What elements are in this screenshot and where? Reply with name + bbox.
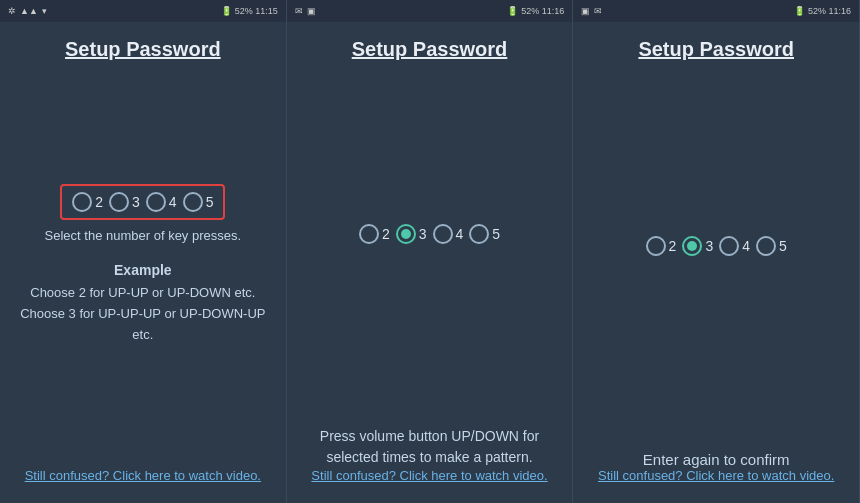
status-left-2: ✉ ▣ — [295, 6, 316, 16]
radio-option-4c[interactable]: 4 — [719, 236, 750, 256]
status-bar-1: ✲ ▲▲ ▾ 🔋 52% 11:15 — [0, 0, 286, 22]
radio-label-4: 4 — [169, 194, 177, 210]
status-left-1: ✲ ▲▲ ▾ — [8, 6, 47, 16]
radio-option-5b[interactable]: 5 — [469, 224, 500, 244]
radio-label-5b: 5 — [492, 226, 500, 242]
img-icon: ▣ — [307, 6, 316, 16]
panel-3-mid: 2 3 4 5 Enter again to confirm — [593, 61, 839, 468]
battery-icon: 🔋 — [221, 6, 232, 16]
radio-label-4b: 4 — [456, 226, 464, 242]
status-bar-2: ✉ ▣ 🔋 52% 11:16 — [287, 0, 573, 22]
radio-circle-4c[interactable] — [719, 236, 739, 256]
signal-icon: ▲▲ — [20, 6, 38, 16]
radio-circle-5b[interactable] — [469, 224, 489, 244]
status-right-1: 🔋 52% 11:15 — [221, 6, 278, 16]
radio-option-2c[interactable]: 2 — [646, 236, 677, 256]
radio-option-2[interactable]: 2 — [72, 192, 103, 212]
confused-link-3[interactable]: Still confused? Click here to watch vide… — [598, 468, 834, 483]
battery-percent-3: 52% 11:16 — [808, 6, 851, 16]
radio-circle-4b[interactable] — [433, 224, 453, 244]
radio-label-2c: 2 — [669, 238, 677, 254]
confused-link-2[interactable]: Still confused? Click here to watch vide… — [311, 468, 547, 483]
radio-circle-3c[interactable] — [682, 236, 702, 256]
radio-option-2b[interactable]: 2 — [359, 224, 390, 244]
press-instruction: Press volume button UP/DOWN for selected… — [307, 426, 553, 468]
radio-option-4b[interactable]: 4 — [433, 224, 464, 244]
radio-option-3b[interactable]: 3 — [396, 224, 427, 244]
radio-circle-5c[interactable] — [756, 236, 776, 256]
radio-label-3b: 3 — [419, 226, 427, 242]
radio-label-2b: 2 — [382, 226, 390, 242]
example-block: Example Choose 2 for UP-UP or UP-DOWN et… — [20, 259, 266, 346]
img-icon-3: ▣ — [581, 6, 590, 16]
radio-option-3c[interactable]: 3 — [682, 236, 713, 256]
panel-1-title: Setup Password — [65, 38, 221, 61]
panel-2-mid: 2 3 4 5 Press volume button UP/DOWN for … — [307, 61, 553, 468]
panel-1: ✲ ▲▲ ▾ 🔋 52% 11:15 Setup Password 2 3 — [0, 0, 287, 503]
radio-circle-3b[interactable] — [396, 224, 416, 244]
radio-label-3: 3 — [132, 194, 140, 210]
radio-label-4c: 4 — [742, 238, 750, 254]
msg-icon-3: ✉ — [594, 6, 602, 16]
confused-link-1[interactable]: Still confused? Click here to watch vide… — [25, 468, 261, 483]
radio-row-1: 2 3 4 5 — [72, 192, 213, 212]
radio-option-4[interactable]: 4 — [146, 192, 177, 212]
battery-percent-1: 52% 11:15 — [235, 6, 278, 16]
panel-2-content: Setup Password 2 3 4 5 — [287, 22, 573, 503]
radio-label-2: 2 — [95, 194, 103, 210]
radio-circle-3[interactable] — [109, 192, 129, 212]
battery-percent-2: 52% 11:16 — [521, 6, 564, 16]
status-left-3: ▣ ✉ — [581, 6, 602, 16]
radio-option-5c[interactable]: 5 — [756, 236, 787, 256]
radio-circle-5[interactable] — [183, 192, 203, 212]
wifi-icon: ▾ — [42, 6, 47, 16]
panel-1-content: Setup Password 2 3 4 — [0, 22, 286, 503]
status-bar-3: ▣ ✉ 🔋 52% 11:16 — [573, 0, 859, 22]
radio-circle-2b[interactable] — [359, 224, 379, 244]
panel-1-mid: 2 3 4 5 Select the number — [20, 61, 266, 468]
radio-option-3[interactable]: 3 — [109, 192, 140, 212]
status-right-2: 🔋 52% 11:16 — [507, 6, 564, 16]
confirm-text: Enter again to confirm — [643, 451, 790, 468]
panel-3: ▣ ✉ 🔋 52% 11:16 Setup Password 2 3 4 — [573, 0, 860, 503]
radio-row-3: 2 3 4 5 — [646, 236, 787, 256]
example-line-1: Choose 2 for UP-UP or UP-DOWN etc. — [20, 283, 266, 304]
radio-label-3c: 3 — [705, 238, 713, 254]
radio-option-5[interactable]: 5 — [183, 192, 214, 212]
radio-label-5: 5 — [206, 194, 214, 210]
battery-icon-3: 🔋 — [794, 6, 805, 16]
panel-3-content: Setup Password 2 3 4 5 — [573, 22, 859, 503]
panel-2: ✉ ▣ 🔋 52% 11:16 Setup Password 2 3 4 — [287, 0, 574, 503]
example-line-2: Choose 3 for UP-UP-UP or UP-DOWN-UP etc. — [20, 304, 266, 346]
bluetooth-icon: ✲ — [8, 6, 16, 16]
radio-box-outlined: 2 3 4 5 — [60, 184, 225, 220]
radio-circle-4[interactable] — [146, 192, 166, 212]
example-title: Example — [20, 259, 266, 281]
radio-row-2: 2 3 4 5 — [359, 224, 500, 244]
msg-icon: ✉ — [295, 6, 303, 16]
battery-icon-2: 🔋 — [507, 6, 518, 16]
status-right-3: 🔋 52% 11:16 — [794, 6, 851, 16]
panel-2-title: Setup Password — [352, 38, 508, 61]
select-label: Select the number of key presses. — [45, 228, 242, 243]
radio-circle-2c[interactable] — [646, 236, 666, 256]
panel-3-title: Setup Password — [638, 38, 794, 61]
radio-circle-2[interactable] — [72, 192, 92, 212]
radio-label-5c: 5 — [779, 238, 787, 254]
